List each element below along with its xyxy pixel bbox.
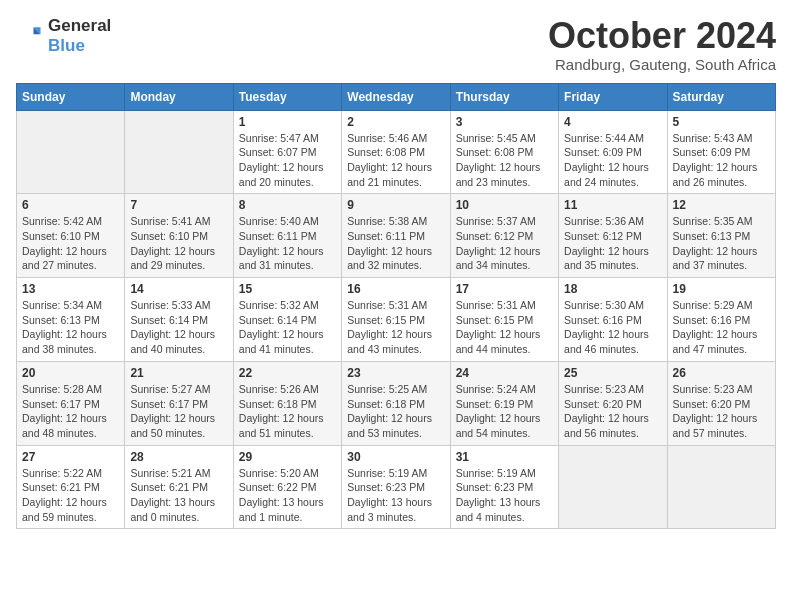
calendar-cell: 29Sunrise: 5:20 AM Sunset: 6:22 PM Dayli… (233, 445, 341, 529)
page-title: October 2024 (548, 16, 776, 56)
calendar-cell: 19Sunrise: 5:29 AM Sunset: 6:16 PM Dayli… (667, 278, 775, 362)
day-header-monday: Monday (125, 83, 233, 110)
logo-line2: Blue (48, 36, 111, 56)
calendar-cell: 25Sunrise: 5:23 AM Sunset: 6:20 PM Dayli… (559, 361, 667, 445)
day-info: Sunrise: 5:20 AM Sunset: 6:22 PM Dayligh… (239, 466, 336, 525)
calendar-cell: 31Sunrise: 5:19 AM Sunset: 6:23 PM Dayli… (450, 445, 558, 529)
logo: General Blue (16, 16, 111, 57)
day-number: 1 (239, 115, 336, 129)
day-number: 26 (673, 366, 770, 380)
calendar-cell: 12Sunrise: 5:35 AM Sunset: 6:13 PM Dayli… (667, 194, 775, 278)
day-number: 14 (130, 282, 227, 296)
day-number: 27 (22, 450, 119, 464)
calendar-cell: 1Sunrise: 5:47 AM Sunset: 6:07 PM Daylig… (233, 110, 341, 194)
day-info: Sunrise: 5:23 AM Sunset: 6:20 PM Dayligh… (564, 382, 661, 441)
calendar-cell: 24Sunrise: 5:24 AM Sunset: 6:19 PM Dayli… (450, 361, 558, 445)
day-number: 7 (130, 198, 227, 212)
day-info: Sunrise: 5:21 AM Sunset: 6:21 PM Dayligh… (130, 466, 227, 525)
day-info: Sunrise: 5:26 AM Sunset: 6:18 PM Dayligh… (239, 382, 336, 441)
day-info: Sunrise: 5:23 AM Sunset: 6:20 PM Dayligh… (673, 382, 770, 441)
calendar-cell: 2Sunrise: 5:46 AM Sunset: 6:08 PM Daylig… (342, 110, 450, 194)
day-info: Sunrise: 5:42 AM Sunset: 6:10 PM Dayligh… (22, 214, 119, 273)
day-info: Sunrise: 5:34 AM Sunset: 6:13 PM Dayligh… (22, 298, 119, 357)
day-number: 16 (347, 282, 444, 296)
day-info: Sunrise: 5:36 AM Sunset: 6:12 PM Dayligh… (564, 214, 661, 273)
day-info: Sunrise: 5:35 AM Sunset: 6:13 PM Dayligh… (673, 214, 770, 273)
day-info: Sunrise: 5:19 AM Sunset: 6:23 PM Dayligh… (456, 466, 553, 525)
calendar-body: 1Sunrise: 5:47 AM Sunset: 6:07 PM Daylig… (17, 110, 776, 529)
day-info: Sunrise: 5:33 AM Sunset: 6:14 PM Dayligh… (130, 298, 227, 357)
day-info: Sunrise: 5:32 AM Sunset: 6:14 PM Dayligh… (239, 298, 336, 357)
day-number: 10 (456, 198, 553, 212)
calendar-table: SundayMondayTuesdayWednesdayThursdayFrid… (16, 83, 776, 530)
day-number: 2 (347, 115, 444, 129)
calendar-cell: 10Sunrise: 5:37 AM Sunset: 6:12 PM Dayli… (450, 194, 558, 278)
day-header-saturday: Saturday (667, 83, 775, 110)
day-info: Sunrise: 5:47 AM Sunset: 6:07 PM Dayligh… (239, 131, 336, 190)
day-number: 18 (564, 282, 661, 296)
day-number: 9 (347, 198, 444, 212)
calendar-cell: 15Sunrise: 5:32 AM Sunset: 6:14 PM Dayli… (233, 278, 341, 362)
day-number: 15 (239, 282, 336, 296)
calendar-cell: 13Sunrise: 5:34 AM Sunset: 6:13 PM Dayli… (17, 278, 125, 362)
calendar-cell: 3Sunrise: 5:45 AM Sunset: 6:08 PM Daylig… (450, 110, 558, 194)
day-info: Sunrise: 5:24 AM Sunset: 6:19 PM Dayligh… (456, 382, 553, 441)
day-info: Sunrise: 5:40 AM Sunset: 6:11 PM Dayligh… (239, 214, 336, 273)
day-number: 20 (22, 366, 119, 380)
day-info: Sunrise: 5:44 AM Sunset: 6:09 PM Dayligh… (564, 131, 661, 190)
day-number: 4 (564, 115, 661, 129)
day-number: 24 (456, 366, 553, 380)
day-number: 28 (130, 450, 227, 464)
day-number: 8 (239, 198, 336, 212)
calendar-header-row: SundayMondayTuesdayWednesdayThursdayFrid… (17, 83, 776, 110)
day-number: 30 (347, 450, 444, 464)
day-header-wednesday: Wednesday (342, 83, 450, 110)
calendar-week-row: 27Sunrise: 5:22 AM Sunset: 6:21 PM Dayli… (17, 445, 776, 529)
calendar-cell: 28Sunrise: 5:21 AM Sunset: 6:21 PM Dayli… (125, 445, 233, 529)
day-info: Sunrise: 5:25 AM Sunset: 6:18 PM Dayligh… (347, 382, 444, 441)
day-info: Sunrise: 5:22 AM Sunset: 6:21 PM Dayligh… (22, 466, 119, 525)
day-info: Sunrise: 5:46 AM Sunset: 6:08 PM Dayligh… (347, 131, 444, 190)
day-header-tuesday: Tuesday (233, 83, 341, 110)
day-header-sunday: Sunday (17, 83, 125, 110)
calendar-week-row: 1Sunrise: 5:47 AM Sunset: 6:07 PM Daylig… (17, 110, 776, 194)
logo-icon (16, 22, 44, 50)
calendar-week-row: 20Sunrise: 5:28 AM Sunset: 6:17 PM Dayli… (17, 361, 776, 445)
calendar-cell: 17Sunrise: 5:31 AM Sunset: 6:15 PM Dayli… (450, 278, 558, 362)
calendar-cell: 7Sunrise: 5:41 AM Sunset: 6:10 PM Daylig… (125, 194, 233, 278)
day-number: 17 (456, 282, 553, 296)
logo-line1: General (48, 16, 111, 36)
calendar-cell: 21Sunrise: 5:27 AM Sunset: 6:17 PM Dayli… (125, 361, 233, 445)
day-info: Sunrise: 5:30 AM Sunset: 6:16 PM Dayligh… (564, 298, 661, 357)
day-number: 11 (564, 198, 661, 212)
calendar-cell: 22Sunrise: 5:26 AM Sunset: 6:18 PM Dayli… (233, 361, 341, 445)
day-number: 19 (673, 282, 770, 296)
calendar-cell: 8Sunrise: 5:40 AM Sunset: 6:11 PM Daylig… (233, 194, 341, 278)
calendar-cell: 6Sunrise: 5:42 AM Sunset: 6:10 PM Daylig… (17, 194, 125, 278)
day-number: 21 (130, 366, 227, 380)
calendar-cell: 23Sunrise: 5:25 AM Sunset: 6:18 PM Dayli… (342, 361, 450, 445)
calendar-cell: 14Sunrise: 5:33 AM Sunset: 6:14 PM Dayli… (125, 278, 233, 362)
day-number: 31 (456, 450, 553, 464)
day-info: Sunrise: 5:45 AM Sunset: 6:08 PM Dayligh… (456, 131, 553, 190)
svg-rect-0 (16, 22, 44, 50)
header: General Blue October 2024 Randburg, Gaut… (16, 16, 776, 73)
day-info: Sunrise: 5:37 AM Sunset: 6:12 PM Dayligh… (456, 214, 553, 273)
day-number: 22 (239, 366, 336, 380)
calendar-cell: 20Sunrise: 5:28 AM Sunset: 6:17 PM Dayli… (17, 361, 125, 445)
calendar-week-row: 6Sunrise: 5:42 AM Sunset: 6:10 PM Daylig… (17, 194, 776, 278)
calendar-cell: 4Sunrise: 5:44 AM Sunset: 6:09 PM Daylig… (559, 110, 667, 194)
calendar-week-row: 13Sunrise: 5:34 AM Sunset: 6:13 PM Dayli… (17, 278, 776, 362)
day-info: Sunrise: 5:31 AM Sunset: 6:15 PM Dayligh… (456, 298, 553, 357)
calendar-cell: 30Sunrise: 5:19 AM Sunset: 6:23 PM Dayli… (342, 445, 450, 529)
calendar-cell: 5Sunrise: 5:43 AM Sunset: 6:09 PM Daylig… (667, 110, 775, 194)
page-subtitle: Randburg, Gauteng, South Africa (548, 56, 776, 73)
calendar-cell: 27Sunrise: 5:22 AM Sunset: 6:21 PM Dayli… (17, 445, 125, 529)
day-info: Sunrise: 5:31 AM Sunset: 6:15 PM Dayligh… (347, 298, 444, 357)
day-header-friday: Friday (559, 83, 667, 110)
day-number: 13 (22, 282, 119, 296)
calendar-cell (17, 110, 125, 194)
day-info: Sunrise: 5:38 AM Sunset: 6:11 PM Dayligh… (347, 214, 444, 273)
calendar-cell (559, 445, 667, 529)
calendar-cell: 11Sunrise: 5:36 AM Sunset: 6:12 PM Dayli… (559, 194, 667, 278)
